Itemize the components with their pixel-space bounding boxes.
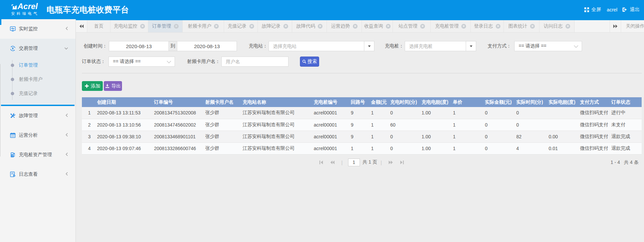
sidebar-item-5[interactable]: 日志查看 [0,165,75,184]
pile-input[interactable] [405,41,466,51]
tab-close-icon[interactable] [214,24,219,29]
tab-4[interactable]: 充值记录 [224,20,258,32]
station-dropdown-button[interactable] [364,41,374,51]
tab-close-icon[interactable] [318,24,323,29]
calendar-icon [10,132,16,138]
cell: 1 [369,131,388,142]
tab-close-icon[interactable] [353,24,358,29]
double-chevron-left-icon [79,24,84,29]
next-page-button[interactable] [389,160,393,165]
export-button[interactable]: 导出 [104,81,122,91]
top-header-bar: Acrel 安科瑞电气 电瓶车充电桩收费平台 全屏 acrel 退出 [0,0,644,19]
tab-13[interactable]: 访问日志 [540,20,575,32]
cell: 1 [451,131,483,142]
sidebar-item-0[interactable]: 实时监控 [0,19,75,39]
cell: 2020-08-13 09:07:46 [95,142,152,154]
tab-3[interactable]: 射频卡用户 [183,20,224,32]
rfid-user-input[interactable] [221,57,288,67]
pay-method-select[interactable]: == 请选择 == [514,41,582,51]
tab-7[interactable]: 运营趋势 [327,20,362,32]
tab-label: 访问日志 [544,23,563,29]
close-operations-menu[interactable]: 关闭操作 [621,20,644,32]
logout-button[interactable]: 退出 [622,6,640,13]
chevron-down-icon [574,43,578,48]
table-row-1[interactable]: 12020-08-13 13:11:532008134751302008张少群江… [82,107,642,119]
search-button[interactable]: 搜索 [300,57,319,67]
rfid-user-label: 射频卡用户名： [187,59,220,65]
cell [419,119,451,131]
tab-9[interactable]: 站点管理 [393,20,431,32]
tab-close-icon[interactable] [140,24,145,29]
sidebar-item-3[interactable]: 运营分析 [0,126,75,145]
sidebar-scroll-thumb[interactable] [0,19,1,25]
tab-label: 故障代码 [296,23,315,29]
tab-12[interactable]: 图表统计 [504,20,540,32]
tab-close-icon[interactable] [420,24,425,29]
chevron-left-icon [65,133,68,138]
tabbar-spacer [575,20,610,32]
prev-page-button[interactable] [330,160,335,165]
monitor-icon [10,26,16,32]
tab-2[interactable]: 订单管理 [148,20,183,32]
tab-close-icon[interactable] [530,24,535,29]
column-header-0 [82,97,95,107]
column-header-13: 实际电能(度) [546,97,578,107]
cell: 0 [388,107,419,119]
tab-0[interactable]: 首页 [87,20,111,32]
cell: 张少群 [203,142,240,154]
first-page-button[interactable] [319,160,324,165]
tab-1[interactable]: 充电站监控 [111,20,148,32]
tab-label: 首页 [94,23,103,29]
cell: 0 [514,119,546,131]
date-from-input[interactable] [109,41,169,51]
tab-8[interactable]: 收益查询 [362,20,393,32]
tab-close-icon[interactable] [461,24,466,29]
station-input[interactable] [269,41,364,51]
sidebar-subitem-1-1[interactable]: 射频卡用户 [0,72,75,87]
sidebar-item-4[interactable]: 充电桩资产管理 [0,145,75,165]
tab-5[interactable]: 故障记录 [258,20,292,32]
date-to-input[interactable] [177,41,237,51]
last-page-button[interactable] [400,160,404,165]
station-combo [269,41,374,51]
sidebar: 实时监控交易管理订单管理射频卡用户充值记录故障管理运营分析充电桩资产管理日志查看 [0,19,76,242]
tab-label: 射频卡用户 [188,23,211,29]
sidebar-item-1[interactable]: 交易管理 [0,39,75,58]
tab-6[interactable]: 故障代码 [292,20,327,32]
pile-dropdown-button[interactable] [466,41,476,51]
sidebar-subitem-label: 充值记录 [19,91,38,97]
tab-close-icon[interactable] [565,24,570,29]
tab-close-icon[interactable] [249,24,254,29]
order-status-select[interactable]: == 请选择 == [109,57,175,67]
pay-method-label: 支付方式： [488,43,511,49]
username-link[interactable]: acrel [607,7,617,12]
cell: 1 [451,107,483,119]
tab-close-icon[interactable] [174,24,179,29]
tab-close-icon[interactable] [386,24,391,29]
page-number-input[interactable] [348,159,360,166]
fullscreen-button[interactable]: 全屏 [584,6,601,13]
tabs-scroll-left-button[interactable] [76,20,87,32]
sidebar-subitem-1-2[interactable]: 充值记录 [0,87,75,101]
tab-close-icon[interactable] [283,24,288,29]
column-header-6: 回路号 [348,97,369,107]
tab-10[interactable]: 充电桩管理 [431,20,471,32]
page-title: 电瓶车充电桩收费平台 [47,4,129,15]
table-row-4[interactable]: 42020-08-13 09:07:462008133286600746张少群江… [82,142,642,154]
created-time-label: 创建时间： [84,43,107,49]
acrel-logo-icon [11,4,17,10]
cell: 0 [483,142,514,154]
tabs-scroll-right-button[interactable] [610,20,621,32]
table-row-2[interactable]: 22020-08-13 13:10:562008134745602002张少群江… [82,119,642,131]
add-button[interactable]: 添加 [82,81,103,91]
cell: 2020-08-13 13:10:56 [95,119,152,131]
sidebar-item-2[interactable]: 故障管理 [0,106,75,126]
cell: 4 [514,142,546,154]
chevron-down-icon [64,46,68,51]
tab-label: 登录日志 [474,23,493,29]
sidebar-subitem-1-0[interactable]: 订单管理 [0,58,75,72]
cell: 60 [388,119,419,131]
tab-11[interactable]: 登录日志 [471,20,504,32]
tab-close-icon[interactable] [496,24,500,29]
table-row-3[interactable]: 32020-08-13 09:38:102008133468901101张少群江… [82,131,642,142]
